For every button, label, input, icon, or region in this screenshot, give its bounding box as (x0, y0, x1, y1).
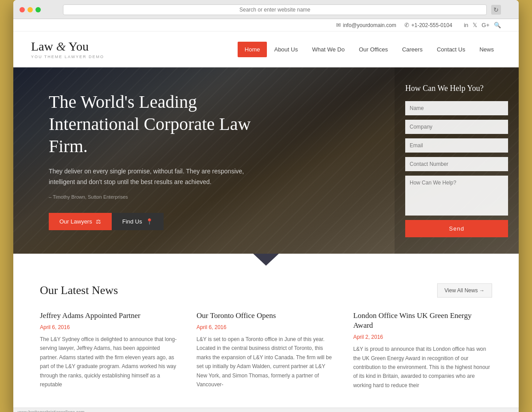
news-item: Our Toronto Office Opens April 6, 2016 L… (196, 311, 335, 390)
news-item-1-text: The L&Y Sydney office is delighted to an… (40, 335, 179, 389)
nav-careers[interactable]: Careers (395, 42, 430, 57)
our-lawyers-button[interactable]: Our Lawyers ⚖ (49, 213, 112, 230)
send-label: Send (449, 225, 464, 232)
browser-window: ↻ ✉ info@yourdomain.com ✆ +1-202-555-010… (13, 0, 519, 412)
twitter-icon[interactable]: 𝕏 (473, 22, 477, 28)
news-item: London Office Wins UK Green Energy Award… (353, 311, 492, 390)
news-item-1-title: Jeffrey Adams Appointed Partner (40, 311, 179, 321)
hero-section: The World's Leading International Corpor… (13, 67, 519, 254)
hero-buttons: Our Lawyers ⚖ Find Us 📍 (49, 213, 372, 230)
phone-number: +1-202-555-0104 (411, 22, 452, 28)
close-button[interactable] (20, 7, 25, 12)
refresh-button[interactable]: ↻ (491, 5, 501, 15)
news-header: Our Latest News View All News → (40, 283, 492, 298)
nav-offices[interactable]: Our Offices (352, 42, 395, 57)
top-bar: ✉ info@yourdomain.com ✆ +1-202-555-0104 … (13, 19, 519, 31)
social-links: in 𝕏 G+ 🔍 (464, 22, 501, 28)
logo-subtitle: YOU THEME LAWYER DEMO (31, 55, 104, 59)
form-heading: How Can We Help You? (405, 84, 508, 93)
news-item-2-text: L&Y is set to open a Toronto office in J… (196, 335, 335, 389)
view-all-label: View All News → (445, 287, 485, 294)
news-section: Our Latest News View All News → Jeffrey … (13, 266, 519, 408)
message-input[interactable] (405, 176, 508, 216)
contact-form-panel: How Can We Help You? Send (395, 67, 519, 254)
news-item-3-title: London Office Wins UK Green Energy Award (353, 311, 492, 330)
view-all-news-button[interactable]: View All News → (437, 283, 492, 298)
linkedin-icon[interactable]: in (464, 22, 468, 28)
address-bar[interactable] (63, 4, 487, 15)
news-item-3-text: L&Y is proud to announce that its London… (353, 345, 492, 390)
status-url: www.heritagechristiancollege.com (18, 410, 85, 412)
news-section-title: Our Latest News (40, 284, 118, 297)
news-item-1-date: April 6, 2016 (40, 324, 179, 330)
google-plus-icon[interactable]: G+ (481, 22, 489, 28)
find-label: Find Us (122, 218, 142, 225)
nav-about[interactable]: About Us (267, 42, 305, 57)
search-icon[interactable]: 🔍 (494, 22, 501, 28)
location-icon: 📍 (146, 218, 153, 225)
hero-quote: – Timothy Brown, Sutton Enterprises (49, 194, 372, 200)
maximize-button[interactable] (35, 7, 41, 12)
phone-icon: ✆ (404, 22, 409, 28)
main-nav: Home About Us What We Do Our Offices Car… (238, 42, 501, 57)
email-icon: ✉ (336, 22, 341, 28)
news-grid: Jeffrey Adams Appointed Partner April 6,… (40, 311, 492, 390)
name-input[interactable] (405, 101, 508, 115)
nav-contact[interactable]: Contact Us (430, 42, 472, 57)
minimize-button[interactable] (27, 7, 33, 12)
logo-text: Law & You (31, 39, 104, 54)
arrow-down-icon (253, 253, 279, 266)
nav-news[interactable]: News (472, 42, 501, 57)
browser-chrome: ↻ (13, 0, 519, 19)
nav-what-we-do[interactable]: What We Do (305, 42, 352, 57)
email-input[interactable] (405, 138, 508, 153)
hero-content: The World's Leading International Corpor… (13, 67, 395, 254)
phone-input[interactable] (405, 157, 508, 171)
news-item-2-date: April 6, 2016 (196, 324, 335, 330)
phone-item: ✆ +1-202-555-0104 (404, 22, 452, 28)
hero-description: They deliver on every single promise, wi… (49, 166, 253, 188)
email-address: info@yourdomain.com (343, 22, 396, 28)
news-item-2-title: Our Toronto Office Opens (196, 311, 335, 321)
traffic-lights (20, 7, 41, 12)
find-us-button[interactable]: Find Us 📍 (112, 213, 164, 230)
email-item: ✉ info@yourdomain.com (336, 22, 396, 28)
arrow-divider (13, 253, 519, 266)
status-bar: www.heritagechristiancollege.com (13, 408, 519, 412)
nav-home[interactable]: Home (238, 42, 267, 57)
company-input[interactable] (405, 120, 508, 134)
logo: Law & You YOU THEME LAWYER DEMO (31, 39, 104, 59)
send-button[interactable]: Send (405, 220, 508, 237)
site-header: Law & You YOU THEME LAWYER DEMO Home Abo… (13, 31, 519, 67)
scale-icon: ⚖ (96, 218, 101, 225)
news-item-3-date: April 2, 2016 (353, 334, 492, 340)
news-item: Jeffrey Adams Appointed Partner April 6,… (40, 311, 179, 390)
website-content: ✉ info@yourdomain.com ✆ +1-202-555-0104 … (13, 19, 519, 412)
hero-title: The World's Leading International Corpor… (49, 91, 262, 157)
lawyers-label: Our Lawyers (59, 218, 92, 225)
